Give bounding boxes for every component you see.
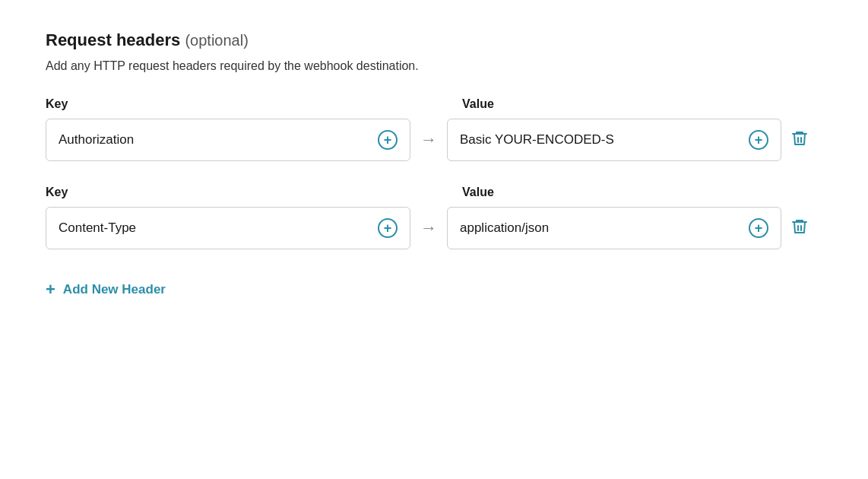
value-label-1: Value [462,97,494,111]
delete-button-1[interactable] [781,129,818,151]
header-row-2-container: Key Value Content-Type + → application/j… [46,186,822,249]
section-title: Request headers (optional) [46,30,822,50]
value-input-2[interactable]: application/json + [447,207,781,249]
trash-svg-2 [790,217,809,236]
key-input-2[interactable]: Content-Type + [46,207,410,249]
field-labels-2: Key Value [46,186,822,199]
field-labels-1: Key Value [46,97,822,111]
value-label-2: Value [462,186,494,199]
key-input-2-text: Content-Type [59,220,136,236]
value-add-icon-1[interactable]: + [749,130,768,150]
key-label-2: Key [46,186,410,199]
value-add-icon-2[interactable]: + [749,218,768,238]
add-new-header-button[interactable]: + Add New Header [46,274,166,306]
value-input-1[interactable]: Basic YOUR-ENCODED-S + [447,119,781,161]
trash-icon-1 [790,129,809,151]
key-add-icon-2[interactable]: + [378,218,398,238]
title-optional: (optional) [185,32,248,49]
delete-button-2[interactable] [781,217,818,239]
arrow-separator-2: → [410,218,447,238]
add-new-header-plus-icon: + [46,280,55,300]
arrow-icon-1: → [420,130,437,150]
trash-icon-2 [790,217,809,239]
arrow-icon-2: → [420,218,437,238]
key-label-1: Key [46,97,410,111]
section-description: Add any HTTP request headers required by… [46,59,822,73]
key-input-1[interactable]: Authorization + [46,119,410,161]
value-input-2-text: application/json [460,220,549,236]
header-row-1-container: Key Value Authorization + → Basic YOUR-E… [46,97,822,161]
header-row-1: Authorization + → Basic YOUR-ENCODED-S + [46,119,822,161]
value-input-1-text: Basic YOUR-ENCODED-S [460,132,614,148]
add-new-header-label: Add New Header [63,282,166,297]
key-add-icon-1[interactable]: + [378,130,398,150]
title-text: Request headers [46,30,180,49]
trash-svg-1 [790,129,809,148]
arrow-separator-1: → [410,130,447,150]
header-row-2: Content-Type + → application/json + [46,207,822,249]
key-input-1-text: Authorization [59,132,134,148]
